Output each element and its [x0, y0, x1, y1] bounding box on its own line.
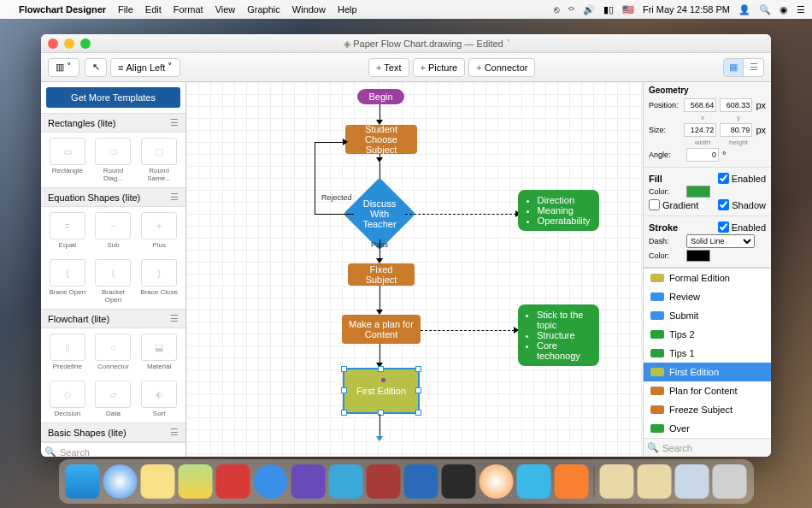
fill-color-swatch[interactable] [686, 186, 710, 198]
position-x-input[interactable] [684, 98, 716, 112]
shape-bracket-open[interactable]: (Bracket Open [92, 259, 133, 304]
layer-item[interactable]: Tips 2 [644, 325, 771, 344]
shape-rectangle[interactable]: ▭Rectangle [47, 138, 88, 182]
shadow-checkbox[interactable]: Shadow [718, 199, 766, 210]
node-plan[interactable]: Make a plan for Content [342, 315, 421, 344]
shape-sort[interactable]: ⬖Sort [138, 381, 179, 417]
layer-item[interactable]: Submit [644, 306, 771, 325]
menu-file[interactable]: File [118, 4, 133, 15]
dock-safari-icon[interactable] [103, 464, 138, 499]
shape-equal[interactable]: =Equal [47, 212, 88, 249]
layer-search[interactable]: 🔍Search [644, 438, 771, 457]
dock-finder-icon[interactable] [66, 464, 100, 499]
insert-picture-button[interactable]: +Picture [413, 58, 466, 77]
dock-app3-icon[interactable] [329, 464, 363, 499]
layer-item[interactable]: Freeze Subject [644, 400, 771, 419]
node-tips2[interactable]: Stick to the topicStructureCore techonog… [518, 304, 599, 366]
menu-graphic[interactable]: Graphic [247, 4, 280, 15]
layer-item[interactable]: First Edition [644, 363, 771, 381]
dock-app2-icon[interactable] [291, 464, 326, 499]
view-list-button[interactable]: ☰ [744, 58, 764, 77]
menu-view[interactable]: View [215, 4, 236, 15]
app-name[interactable]: Flowchart Designer [19, 4, 106, 15]
shape-round-diag[interactable]: ⬭Round Diag... [92, 138, 133, 182]
dock-dictionary-icon[interactable] [367, 464, 401, 499]
section-basic[interactable]: Basic Shapes (lite)☰ [41, 422, 185, 442]
volume-icon[interactable]: 🔊 [583, 4, 595, 15]
menu-window[interactable]: Window [292, 4, 326, 15]
shape-brace-open[interactable]: {Brace Open [47, 259, 88, 304]
dock-folder3-icon[interactable] [675, 464, 709, 499]
shape-plus[interactable]: +Plus [138, 212, 179, 249]
dock-app5-icon[interactable] [555, 464, 589, 499]
stroke-enabled-checkbox[interactable]: Enabled [718, 222, 766, 233]
dock-app4-icon[interactable] [517, 464, 551, 499]
section-menu-icon[interactable]: ☰ [170, 192, 179, 203]
shape-predefine[interactable]: ▯Predefine [47, 334, 88, 370]
siri-icon[interactable]: ◉ [780, 4, 788, 15]
menubar[interactable]: Flowchart Designer File Edit Format View… [0, 0, 812, 19]
section-equation[interactable]: Equation Shapes (lite)☰ [41, 187, 185, 207]
dock-appstore-icon[interactable] [254, 464, 288, 499]
shape-sub[interactable]: −Sub [92, 212, 133, 249]
view-grid-button[interactable]: ▦ [723, 58, 744, 77]
insert-text-button[interactable]: +Text [368, 58, 409, 77]
battery-icon[interactable]: ▮▯ [603, 4, 614, 15]
dock-notes-icon[interactable] [141, 464, 175, 499]
dock-terminal-icon[interactable] [442, 464, 476, 499]
layer-item[interactable]: Review [644, 287, 771, 306]
layer-item[interactable]: Plan for Content [644, 381, 771, 400]
sidebar-search[interactable]: 🔍Search [41, 442, 185, 457]
section-menu-icon[interactable]: ☰ [170, 427, 179, 438]
fill-enabled-checkbox[interactable]: Enabled [718, 173, 766, 184]
section-menu-icon[interactable]: ☰ [170, 117, 179, 128]
section-rectangles[interactable]: Rectangles (lite)☰ [41, 113, 185, 133]
dock-folder1-icon[interactable] [600, 464, 634, 499]
layer-item[interactable]: Formal Edition [644, 269, 771, 287]
size-w-input[interactable] [684, 123, 716, 137]
node-first-edition[interactable]: First Edition [343, 368, 420, 414]
menu-help[interactable]: Help [338, 4, 357, 15]
size-h-input[interactable] [720, 123, 752, 137]
angle-input[interactable] [686, 148, 719, 162]
dock-app1-icon[interactable] [216, 464, 250, 499]
canvas[interactable]: Begin Student Choose Subject Discuss Wit… [186, 82, 643, 457]
close-button[interactable] [48, 38, 58, 49]
section-flowchart[interactable]: Flowchart (lite)☰ [41, 309, 185, 328]
node-fixed[interactable]: Fixed Subject [348, 263, 415, 286]
dock[interactable] [59, 459, 754, 504]
insert-connector-button[interactable]: +Connector [468, 58, 535, 77]
dock-maps-icon[interactable] [179, 464, 213, 499]
minimize-button[interactable] [64, 38, 74, 49]
dock-photos-icon[interactable] [480, 464, 514, 499]
shape-brace-close[interactable]: }Brace Close [138, 259, 179, 304]
layer-item[interactable]: Tips 1 [644, 344, 771, 363]
clock[interactable]: Fri May 24 12:58 PM [643, 4, 730, 15]
node-student[interactable]: Student Choose Subject [345, 125, 417, 154]
menu-format[interactable]: Format [174, 4, 203, 15]
shape-connector[interactable]: ○Connector [92, 334, 133, 370]
wifi-icon[interactable]: ⌔ [568, 4, 574, 15]
dock-folder2-icon[interactable] [638, 464, 672, 499]
node-begin[interactable]: Begin [357, 89, 404, 104]
shape-material[interactable]: ⬓Material [138, 334, 179, 370]
menu-edit[interactable]: Edit [145, 4, 162, 15]
bluetooth-icon[interactable]: ⎋ [554, 4, 560, 15]
spotlight-icon[interactable]: 🔍 [759, 4, 771, 15]
shape-decision[interactable]: ◇Decision [47, 381, 88, 417]
dash-select[interactable]: Solid Line [686, 234, 755, 248]
align-button[interactable]: ≡ Align Left ˅ [110, 58, 180, 77]
pointer-tool-button[interactable]: ↖ [85, 58, 107, 77]
dock-trash-icon[interactable] [713, 464, 747, 499]
layer-item[interactable]: Over [644, 419, 771, 438]
title-chevron-icon[interactable]: ˅ [503, 38, 511, 49]
shape-data[interactable]: ▱Data [92, 381, 133, 417]
notification-icon[interactable]: ☰ [797, 4, 805, 15]
user-icon[interactable]: 👤 [738, 4, 750, 15]
shape-round-same[interactable]: ▢Round Same... [138, 138, 179, 182]
flag-icon[interactable]: 🇺🇸 [622, 4, 634, 15]
panel-toggle-button[interactable]: ▥ ˅ [48, 58, 79, 77]
node-tips1[interactable]: DirectionMeaningOperatability [518, 190, 599, 231]
zoom-button[interactable] [80, 38, 91, 49]
dock-vscode-icon[interactable] [404, 464, 438, 499]
